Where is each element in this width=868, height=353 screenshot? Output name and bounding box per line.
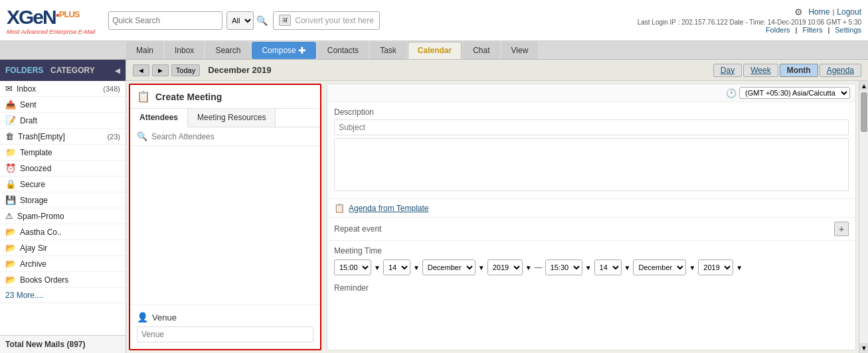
- start-year-select[interactable]: 2019: [487, 259, 523, 275]
- end-day-arrow: ▼: [624, 264, 631, 271]
- compose-plus-icon: ✚: [298, 45, 306, 56]
- attendees-search-input[interactable]: [151, 132, 313, 141]
- sidebar-item-aastha[interactable]: 📂 Aastha Co..: [0, 224, 126, 240]
- sidebar-item-template[interactable]: 📁 Template: [0, 145, 126, 161]
- end-month-select[interactable]: December: [633, 259, 686, 275]
- tab-view[interactable]: View: [501, 42, 539, 59]
- cal-next-button[interactable]: ►: [152, 64, 169, 76]
- venue-label: Venue: [152, 313, 177, 322]
- tab-compose[interactable]: Compose ✚: [252, 42, 315, 59]
- start-month-arrow: ▼: [478, 264, 485, 271]
- nav-tabs: Main Inbox Search Compose ✚ Contacts Tas…: [0, 41, 868, 60]
- search-input[interactable]: [112, 16, 218, 25]
- end-day-select[interactable]: 14: [594, 259, 622, 275]
- aastha-label: Aastha Co..: [20, 228, 62, 237]
- calendar-toolbar: ◄ ► Today December 2019 Day Week Month A…: [126, 60, 868, 81]
- sidebar-item-ajay[interactable]: 📂 Ajay Sir: [0, 240, 126, 256]
- sidebar-collapse-icon[interactable]: ◀: [115, 67, 120, 74]
- sidebar-item-books[interactable]: 📂 Books Orders: [0, 272, 126, 288]
- sidebar-item-inbox[interactable]: ✉ Inbox (348): [0, 81, 126, 97]
- end-year-arrow: ▼: [736, 264, 742, 271]
- end-month-arrow: ▼: [689, 264, 695, 271]
- scroll-panel: ▲ ▼: [859, 81, 868, 353]
- sidebar-item-storage[interactable]: 💾 Storage: [0, 192, 126, 208]
- agenda-template-link[interactable]: Agenda from Template: [349, 204, 429, 213]
- start-day-select[interactable]: 14: [383, 259, 410, 275]
- tab-search[interactable]: Search: [205, 42, 250, 59]
- end-time-select[interactable]: 15:30: [545, 259, 582, 275]
- tab-contacts[interactable]: Contacts: [317, 42, 369, 59]
- folders-link[interactable]: Folders: [766, 26, 790, 34]
- cal-today-button[interactable]: Today: [171, 64, 200, 76]
- panel-title: 📋 Create Meeting: [130, 85, 320, 109]
- tab-inbox[interactable]: Inbox: [165, 42, 204, 59]
- search-button[interactable]: 🔍: [256, 15, 268, 26]
- draft-label: Draft: [20, 116, 37, 125]
- secure-label: Secure: [20, 180, 45, 189]
- subject-input[interactable]: [334, 119, 849, 135]
- storage-icon: 💾: [5, 195, 16, 205]
- folders-label: FOLDERS: [5, 66, 43, 75]
- inbox-badge: (348): [103, 85, 120, 93]
- tab-task[interactable]: Task: [370, 42, 406, 59]
- sidebar-item-snoozed[interactable]: ⏰ Snoozed: [0, 161, 126, 176]
- sent-label: Sent: [20, 100, 37, 109]
- logout-link[interactable]: Logout: [837, 7, 861, 17]
- sent-icon: 📤: [5, 100, 16, 109]
- scroll-thumb[interactable]: [861, 92, 867, 132]
- sidebar: FOLDERS CATEGORY ◀ ✉ Inbox (348) 📤 Sent …: [0, 60, 126, 353]
- hindi-icon: अ: [279, 15, 291, 26]
- cal-week-button[interactable]: Week: [743, 64, 778, 77]
- calendar-view-buttons: Day Week Month Agenda: [713, 64, 861, 77]
- clock-icon: 🕐: [726, 88, 737, 98]
- meeting-details-panel: 🕐 (GMT +05:30) Asia/Calcutta Description…: [327, 84, 856, 350]
- filters-link[interactable]: Filters: [802, 26, 822, 34]
- tab-chat[interactable]: Chat: [463, 42, 499, 59]
- repeat-label: Repeat event: [334, 224, 834, 234]
- search-bar: [108, 11, 222, 30]
- top-nav-links: ⚙ Home | Logout: [794, 7, 861, 17]
- start-month-select[interactable]: December: [422, 259, 476, 275]
- agenda-row: 📋 Agenda from Template: [327, 199, 855, 218]
- inbox-icon: ✉: [5, 84, 13, 94]
- sidebar-item-trash[interactable]: 🗑 Trash[Empty] (23): [0, 129, 126, 145]
- description-textarea[interactable]: [334, 138, 849, 191]
- tab-meeting-resources[interactable]: Meeting Resources: [188, 109, 276, 127]
- home-link[interactable]: Home: [808, 7, 829, 17]
- scroll-track[interactable]: [859, 91, 868, 343]
- cal-agenda-button[interactable]: Agenda: [820, 64, 861, 77]
- search-type-select[interactable]: All: [226, 11, 254, 30]
- scroll-down-button[interactable]: ▼: [859, 343, 868, 353]
- timezone-select[interactable]: (GMT +05:30) Asia/Calcutta: [739, 87, 850, 99]
- sidebar-item-draft[interactable]: 📝 Draft: [0, 113, 126, 129]
- category-label: CATEGORY: [50, 66, 95, 75]
- sidebar-item-spam[interactable]: ⚠ Spam-Promo: [0, 208, 126, 224]
- start-time-arrow: ▼: [374, 264, 381, 271]
- start-time-select[interactable]: 15:00: [334, 259, 371, 275]
- meeting-title-icon: 📋: [137, 90, 150, 103]
- login-info: Last Login IP : 202.157.76.122 Date - Ti…: [638, 19, 861, 26]
- tab-calendar[interactable]: Calendar: [408, 42, 462, 59]
- timezone-bar: 🕐 (GMT +05:30) Asia/Calcutta: [327, 84, 855, 102]
- time-dash: —: [535, 263, 543, 272]
- attendees-body: [130, 146, 320, 305]
- cal-day-button[interactable]: Day: [713, 64, 742, 77]
- sidebar-item-secure[interactable]: 🔒 Secure: [0, 176, 126, 192]
- tab-attendees[interactable]: Attendees: [130, 109, 188, 127]
- sidebar-item-sent[interactable]: 📤 Sent: [0, 97, 126, 113]
- attendees-search-icon: 🔍: [137, 131, 147, 141]
- ajay-icon: 📂: [5, 243, 16, 253]
- secure-icon: 🔒: [5, 179, 16, 189]
- cal-prev-button[interactable]: ◄: [133, 64, 149, 76]
- venue-input[interactable]: [137, 326, 313, 342]
- settings-link[interactable]: Settings: [835, 26, 861, 34]
- scroll-up-button[interactable]: ▲: [859, 81, 868, 91]
- total-mails-count: (897): [66, 340, 85, 349]
- end-year-select[interactable]: 2019: [698, 259, 733, 275]
- repeat-plus-button[interactable]: +: [834, 222, 849, 236]
- calendar-area: ◄ ► Today December 2019 Day Week Month A…: [126, 60, 868, 353]
- sidebar-more[interactable]: 23 More....: [0, 288, 126, 303]
- sidebar-item-archive[interactable]: 📂 Archive: [0, 256, 126, 272]
- cal-month-button[interactable]: Month: [780, 64, 818, 77]
- tab-main[interactable]: Main: [126, 42, 163, 59]
